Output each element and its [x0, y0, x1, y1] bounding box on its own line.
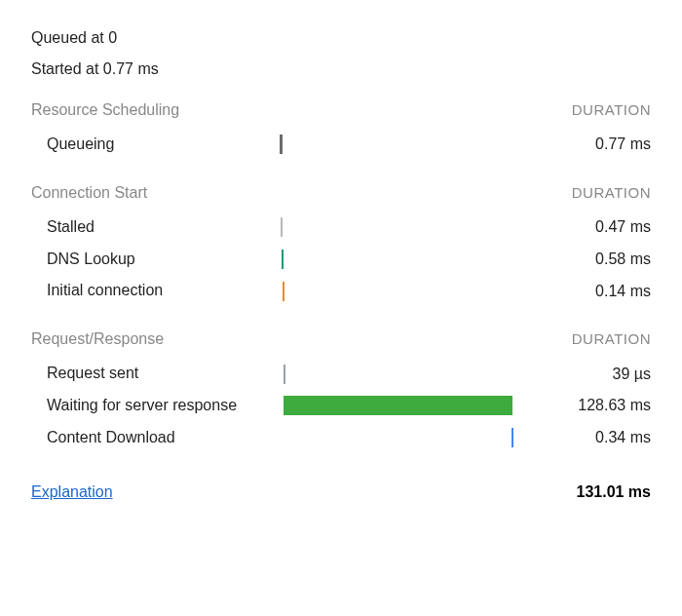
duration-column-label: DURATION	[572, 330, 651, 347]
timing-section: Connection StartDURATIONStalled0.47 msDN…	[31, 184, 651, 307]
timing-row-label: Queueing	[31, 135, 280, 155]
timing-row: Content Download0.34 ms	[31, 422, 651, 454]
section-header: Resource SchedulingDURATION	[31, 101, 651, 119]
section-header: Connection StartDURATION	[31, 184, 651, 202]
timing-row: Initial connection0.14 ms	[31, 275, 651, 307]
timing-row-label: DNS Lookup	[31, 250, 280, 270]
timing-row: Queueing0.77 ms	[31, 129, 651, 161]
timing-bar-segment	[281, 217, 283, 237]
timing-bar-track	[280, 428, 513, 447]
timing-bar-track	[280, 365, 513, 384]
timing-row-value: 0.77 ms	[513, 135, 651, 153]
started-at-text: Started at 0.77 ms	[31, 60, 651, 78]
timing-row-value: 39 µs	[513, 366, 651, 383]
section-header: Request/ResponseDURATION	[31, 330, 651, 348]
timing-row-value: 0.58 ms	[513, 250, 651, 268]
timing-bar-track	[280, 282, 513, 301]
timing-section: Resource SchedulingDURATIONQueueing0.77 …	[31, 101, 651, 161]
timing-row-label: Stalled	[31, 217, 280, 238]
timing-bar-track	[280, 250, 513, 269]
timing-row: Stalled0.47 ms	[31, 212, 651, 244]
timing-row-label: Request sent	[31, 364, 280, 384]
timing-bar-segment	[282, 250, 284, 269]
timing-row-value: 0.14 ms	[513, 283, 651, 300]
timing-bar-track	[280, 135, 513, 154]
timing-bar-segment	[283, 282, 284, 301]
timing-row: Waiting for server response128.63 ms	[31, 390, 651, 422]
explanation-link[interactable]: Explanation	[31, 483, 113, 501]
timing-row-value: 128.63 ms	[513, 397, 651, 414]
timing-row: DNS Lookup0.58 ms	[31, 244, 651, 276]
timing-row: Request sent39 µs	[31, 358, 651, 390]
timing-section: Request/ResponseDURATIONRequest sent39 µ…	[31, 330, 651, 453]
timing-row-value: 0.47 ms	[513, 218, 651, 236]
timing-row-label: Initial connection	[31, 281, 280, 301]
timing-bar-track	[280, 217, 513, 237]
timing-bar-segment	[280, 135, 283, 154]
section-title: Connection Start	[31, 184, 147, 202]
section-title: Request/Response	[31, 330, 164, 348]
timing-row-label: Waiting for server response	[31, 396, 280, 416]
section-title: Resource Scheduling	[31, 101, 179, 119]
timing-bar-segment	[284, 396, 513, 415]
duration-column-label: DURATION	[572, 184, 651, 201]
timing-bar-segment	[284, 365, 285, 384]
timing-footer: Explanation 131.01 ms	[31, 483, 651, 501]
timing-row-value: 0.34 ms	[513, 429, 651, 446]
total-time: 131.01 ms	[576, 483, 651, 501]
duration-column-label: DURATION	[572, 101, 651, 118]
timing-bar-track	[280, 396, 513, 415]
timing-row-label: Content Download	[31, 428, 280, 448]
timing-bar-segment	[512, 428, 513, 447]
queued-at-text: Queued at 0	[31, 29, 651, 47]
